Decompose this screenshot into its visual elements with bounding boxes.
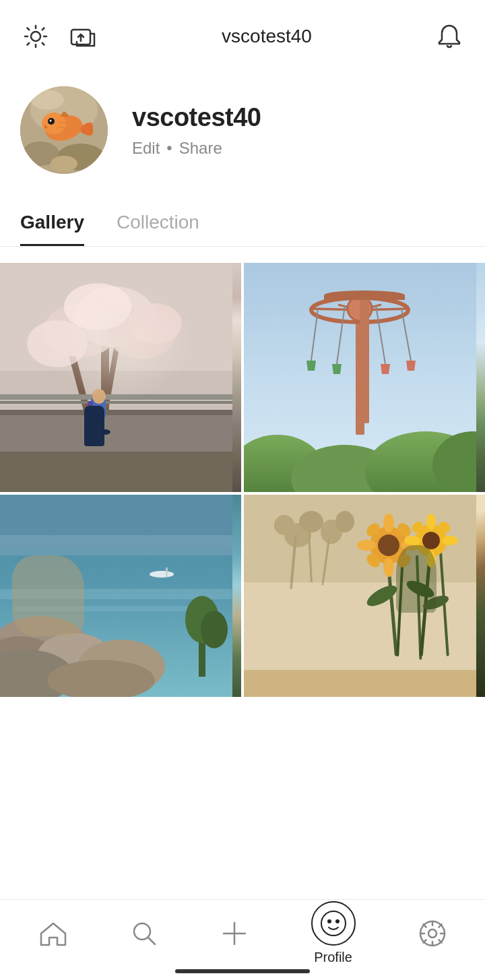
share-button[interactable]: Share bbox=[179, 139, 222, 158]
wheel-icon bbox=[418, 919, 447, 948]
gallery-grid bbox=[0, 247, 485, 697]
svg-point-62 bbox=[150, 571, 174, 578]
tab-collection[interactable]: Collection bbox=[117, 201, 199, 246]
svg-point-107 bbox=[335, 919, 340, 923]
notification-icon bbox=[437, 23, 462, 50]
svg-point-22 bbox=[128, 303, 182, 344]
import-button[interactable] bbox=[67, 22, 100, 51]
svg-point-18 bbox=[74, 286, 155, 347]
svg-point-105 bbox=[321, 911, 346, 936]
svg-point-88 bbox=[383, 558, 394, 577]
header-left-icons bbox=[20, 21, 100, 52]
svg-rect-27 bbox=[93, 414, 100, 433]
svg-point-30 bbox=[100, 429, 110, 435]
svg-point-46 bbox=[348, 297, 372, 321]
svg-line-117 bbox=[424, 940, 426, 942]
avatar[interactable] bbox=[20, 86, 108, 174]
settings-icon bbox=[23, 24, 48, 49]
svg-line-115 bbox=[439, 940, 442, 942]
svg-point-87 bbox=[383, 514, 394, 532]
nav-home-button[interactable] bbox=[25, 915, 82, 952]
nav-add-button[interactable] bbox=[207, 915, 261, 952]
tab-gallery[interactable]: Gallery bbox=[20, 201, 84, 246]
profile-nav-label: Profile bbox=[314, 950, 352, 965]
bottom-nav: Profile bbox=[0, 899, 485, 980]
search-icon bbox=[131, 920, 158, 947]
svg-point-66 bbox=[201, 611, 228, 648]
photo-flowers bbox=[244, 495, 485, 697]
profile-info: vscotest40 Edit • Share bbox=[132, 103, 261, 158]
svg-point-11 bbox=[50, 120, 52, 122]
notification-button[interactable] bbox=[434, 20, 465, 53]
svg-point-0 bbox=[31, 32, 40, 41]
svg-point-20 bbox=[27, 320, 88, 367]
svg-rect-26 bbox=[0, 401, 232, 404]
photo-amusement-tower bbox=[244, 263, 485, 492]
svg-point-86 bbox=[378, 534, 399, 556]
svg-point-5 bbox=[51, 156, 77, 172]
avatar-image bbox=[20, 86, 108, 174]
svg-point-100 bbox=[442, 536, 458, 545]
svg-point-32 bbox=[92, 389, 106, 404]
edit-button[interactable]: Edit bbox=[132, 139, 160, 158]
import-icon bbox=[70, 24, 97, 49]
gallery-item-2[interactable] bbox=[244, 263, 485, 492]
svg-point-21 bbox=[64, 283, 131, 330]
gallery-item-4[interactable] bbox=[244, 495, 485, 697]
svg-rect-25 bbox=[0, 394, 232, 400]
profile-actions: Edit • Share bbox=[132, 139, 261, 158]
header-title: vscotest40 bbox=[100, 26, 434, 47]
svg-rect-34 bbox=[0, 452, 232, 492]
nav-profile-button[interactable]: Profile bbox=[298, 896, 369, 971]
svg-line-116 bbox=[439, 924, 442, 927]
nav-search-button[interactable] bbox=[117, 915, 171, 952]
home-icon bbox=[38, 920, 68, 947]
svg-point-71 bbox=[299, 511, 323, 532]
photo-coastline bbox=[0, 495, 241, 697]
home-indicator bbox=[175, 969, 310, 973]
profile-nav-icon bbox=[311, 901, 356, 946]
svg-rect-61 bbox=[13, 606, 202, 611]
svg-point-83 bbox=[404, 578, 436, 601]
svg-point-89 bbox=[357, 540, 376, 551]
nav-settings-button[interactable] bbox=[405, 914, 460, 953]
svg-point-109 bbox=[428, 929, 437, 938]
svg-rect-24 bbox=[0, 410, 232, 415]
svg-point-106 bbox=[327, 919, 331, 923]
photo-cherry-blossom bbox=[0, 263, 241, 492]
svg-point-99 bbox=[404, 536, 420, 545]
svg-point-19 bbox=[108, 308, 175, 359]
svg-rect-103 bbox=[244, 670, 476, 697]
profile-section: vscotest40 Edit • Share bbox=[0, 66, 485, 201]
svg-point-98 bbox=[426, 551, 436, 568]
action-separator: • bbox=[166, 139, 172, 158]
svg-point-96 bbox=[422, 532, 440, 549]
svg-point-17 bbox=[44, 303, 118, 357]
header: vscotest40 bbox=[0, 0, 485, 66]
svg-point-70 bbox=[274, 515, 294, 535]
svg-rect-28 bbox=[96, 415, 104, 434]
gallery-item-1[interactable] bbox=[0, 263, 241, 492]
add-icon bbox=[221, 920, 248, 947]
profile-username: vscotest40 bbox=[132, 103, 261, 132]
gallery-item-3[interactable] bbox=[0, 495, 241, 697]
svg-rect-63 bbox=[166, 568, 168, 577]
settings-button[interactable] bbox=[20, 21, 51, 52]
profile-face-icon bbox=[320, 910, 347, 937]
svg-point-29 bbox=[88, 430, 101, 437]
svg-point-7 bbox=[30, 90, 64, 110]
svg-point-73 bbox=[335, 511, 354, 532]
svg-rect-53 bbox=[0, 535, 232, 555]
svg-point-97 bbox=[426, 514, 436, 530]
tabs: Gallery Collection bbox=[0, 201, 485, 247]
svg-line-114 bbox=[424, 924, 426, 927]
svg-rect-33 bbox=[88, 401, 93, 413]
